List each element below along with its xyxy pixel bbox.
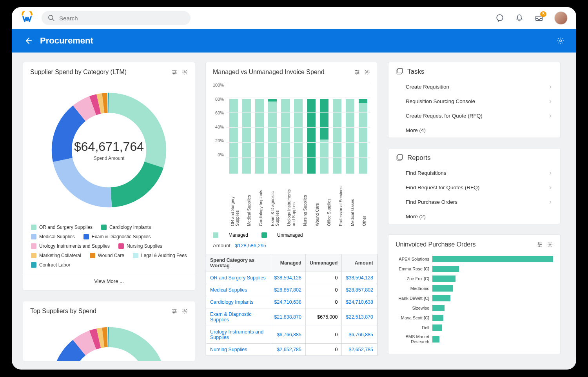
hbar-row[interactable]: Medtronic	[396, 285, 553, 292]
gear-icon[interactable]	[181, 69, 188, 75]
managed-value[interactable]: $6,766,885	[277, 332, 301, 337]
bar[interactable]	[358, 99, 368, 174]
list-item[interactable]: Create Requisition	[388, 80, 560, 94]
category-link[interactable]: Cardiology Implants	[210, 299, 253, 305]
managed-value[interactable]: $21,838,870	[274, 314, 301, 320]
amount-value[interactable]: $128,586,295	[235, 243, 267, 248]
svg-point-11	[175, 311, 176, 312]
top-suppliers-chart[interactable]	[23, 318, 195, 361]
legend-item[interactable]: Urology Instruments and Supplies	[31, 243, 110, 249]
workday-logo[interactable]	[20, 11, 34, 25]
sliders-icon[interactable]	[354, 69, 360, 75]
bar[interactable]	[345, 99, 355, 174]
managed-value[interactable]: $2,652,785	[277, 347, 301, 352]
svg-rect-21	[398, 155, 403, 160]
back-arrow-icon[interactable]	[24, 36, 33, 45]
hbar-row[interactable]: Maya Scott [C]	[396, 315, 553, 321]
list-item[interactable]: Find Request for Quotes (RFQ)	[388, 180, 560, 195]
gear-icon[interactable]	[557, 37, 564, 45]
legend-item[interactable]: Wound Care	[90, 253, 124, 258]
svg-point-17	[367, 71, 368, 73]
managed-value[interactable]: $28,857,802	[274, 287, 301, 293]
hbar-track	[432, 256, 553, 262]
list-item[interactable]: Find Purchase Orders	[388, 195, 560, 209]
bar[interactable]	[307, 99, 316, 174]
donut-chart[interactable]: $64,671,764 Spend Amount	[42, 83, 176, 217]
category-link[interactable]: Exam & Diagnostic Supplies	[210, 312, 252, 323]
sliders-icon[interactable]	[537, 241, 543, 248]
legend-item[interactable]: Contract Labor	[31, 262, 70, 268]
table-header[interactable]: Spend Category as Worktag	[206, 254, 270, 272]
amount-value[interactable]: $6,766,885	[348, 332, 373, 337]
table-header[interactable]: Unmanaged	[305, 254, 342, 272]
category-link[interactable]: OR and Surgery Supplies	[210, 275, 266, 281]
amount-value[interactable]: $38,594,128	[346, 275, 373, 281]
category-link[interactable]: Nursing Supplies	[210, 347, 247, 352]
topbar: 5	[12, 7, 576, 29]
gear-icon[interactable]	[181, 308, 188, 314]
stacked-bar-chart[interactable]: 100%80%60%40%20%0% OR and Surgery Suppli…	[206, 79, 377, 228]
bar[interactable]	[281, 99, 290, 174]
hbar-row[interactable]: BMS Market Research	[396, 334, 553, 344]
category-link[interactable]: Urology Instruments and Supplies	[210, 329, 263, 340]
gear-icon[interactable]	[364, 69, 370, 75]
amount-value[interactable]: $2,652,785	[348, 347, 373, 352]
spend-table: Spend Category as WorktagManagedUnmanage…	[206, 254, 377, 356]
legend-item[interactable]: Medical Supplies	[31, 234, 75, 239]
search-box[interactable]	[42, 11, 191, 25]
hbar-track	[432, 305, 553, 311]
list-item[interactable]: Find Requisitions	[388, 166, 560, 180]
donut-amount: $64,671,764	[74, 140, 144, 154]
hbar-label: Dell	[396, 325, 429, 330]
bar[interactable]	[332, 99, 342, 174]
gear-icon[interactable]	[547, 241, 553, 248]
bar[interactable]	[242, 99, 251, 174]
amount-value[interactable]: $24,710,638	[346, 299, 373, 305]
list-item[interactable]: Create Request for Quote (RFQ)	[388, 109, 560, 123]
bar[interactable]	[255, 99, 264, 174]
legend-item[interactable]: Cardiology Implants	[101, 225, 151, 230]
managed-value[interactable]: $38,594,128	[274, 275, 301, 281]
avatar[interactable]	[554, 11, 568, 25]
bell-icon[interactable]	[515, 14, 524, 22]
svg-point-14	[356, 70, 357, 71]
hbar-row[interactable]: Zoe Fox [C]	[396, 276, 553, 282]
amount-line: Amount $128,586,295	[206, 243, 377, 254]
hbar-chart[interactable]: APEX SolutionsEmma Rose [C]Zoe Fox [C]Me…	[388, 251, 560, 354]
amount-value[interactable]: $22,513,870	[346, 314, 373, 320]
hbar-row[interactable]: Sizewise	[396, 305, 553, 311]
amount-value[interactable]: $28,857,802	[346, 287, 373, 293]
legend-swatch	[31, 225, 36, 230]
legend-item[interactable]: OR and Surgery Supplies	[31, 225, 93, 230]
table-header[interactable]: Amount	[342, 254, 377, 272]
bar[interactable]	[229, 99, 238, 174]
legend-item[interactable]: Exam & Diagnostic Supplies	[83, 234, 151, 239]
legend-item[interactable]: Marketing Collateral	[31, 253, 81, 258]
hbar-row[interactable]: Dell	[396, 324, 553, 331]
chat-icon[interactable]	[495, 14, 504, 22]
sliders-icon[interactable]	[171, 308, 178, 314]
legend-swatch	[83, 234, 89, 239]
list-item[interactable]: More (2)	[388, 209, 560, 224]
bar[interactable]	[268, 99, 277, 174]
hbar-label: APEX Solutions	[396, 257, 429, 262]
hbar-row[interactable]: APEX Solutions	[396, 256, 553, 262]
list-item[interactable]: Requisition Sourcing Console	[388, 94, 560, 109]
category-link[interactable]: Medical Supplies	[210, 287, 247, 293]
bar[interactable]	[294, 99, 303, 174]
inbox-icon[interactable]: 5	[535, 14, 543, 22]
bar[interactable]	[319, 99, 329, 174]
sliders-icon[interactable]	[171, 69, 178, 75]
hbar-row[interactable]: Emma Rose [C]	[396, 266, 553, 272]
tasks-icon	[396, 68, 403, 76]
view-more-link[interactable]: View More ...	[23, 274, 195, 290]
search-input[interactable]	[59, 15, 185, 22]
legend-item[interactable]: Legal & Auditing Fees	[133, 253, 187, 258]
svg-point-25	[549, 244, 551, 245]
legend-item[interactable]: Nursing Supplies	[118, 243, 162, 249]
managed-value[interactable]: $24,710,638	[274, 299, 301, 305]
card-managed-unmanaged: Managed vs Unmanaged Invoice Spend 100%8…	[205, 62, 378, 356]
list-item[interactable]: More (4)	[388, 123, 560, 138]
hbar-row[interactable]: Hank DeWitt [C]	[396, 295, 553, 301]
table-header[interactable]: Managed	[270, 254, 306, 272]
